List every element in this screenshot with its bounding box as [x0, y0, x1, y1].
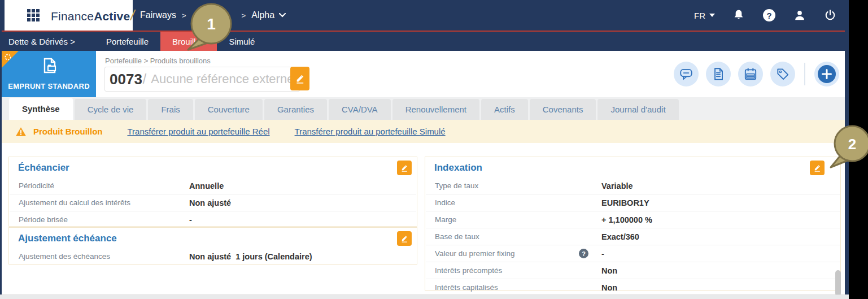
row-periodicite: Périodicité Annuelle — [10, 177, 416, 194]
row-label: Intérêts capitalisés — [435, 283, 498, 292]
row-label: Ajustement des échéances — [19, 252, 110, 261]
row-label: Valeur du premier fixing — [435, 249, 515, 258]
row-value: Exact/360 — [601, 232, 639, 241]
row-value: - — [601, 249, 604, 258]
breadcrumb-item-fairways[interactable]: Fairways — [140, 10, 176, 20]
row-value: Non ajusté 1 jours (Calendaire) — [189, 252, 312, 261]
documents-button[interactable] — [706, 62, 731, 86]
document-icon — [711, 67, 726, 81]
horizontal-scrollbar-track[interactable] — [0, 294, 849, 299]
logo-text-finance: Finance — [51, 10, 94, 23]
product-type-label: EMPRUNT STANDARD — [2, 82, 96, 90]
tab-cycle-de-vie[interactable]: Cycle de vie — [75, 99, 147, 120]
tab-garanties[interactable]: Garanties — [264, 99, 327, 120]
tab-cva-dva[interactable]: CVA/DVA — [329, 99, 391, 120]
tags-button[interactable] — [770, 62, 795, 86]
product-reference-field[interactable]: 0073 / Aucune référence externe — [104, 67, 300, 92]
tab-actifs[interactable]: Actifs — [481, 99, 528, 120]
product-code: 0073 — [110, 71, 142, 88]
reference-placeholder: Aucune référence externe — [151, 72, 294, 86]
annotation-callout-1: 1 — [185, 1, 237, 58]
row-marge: Marge + 1,100000 % — [426, 211, 840, 228]
bell-icon[interactable] — [732, 8, 745, 22]
panel-ajustement-echeance: Ajustement échéance Ajustement des échéa… — [8, 227, 417, 265]
tab-frais[interactable]: Frais — [148, 99, 193, 120]
product-type-box[interactable]: EMPRUNT STANDARD — [2, 51, 96, 97]
tab-couverture[interactable]: Couverture — [195, 99, 263, 120]
vertical-scrollbar-thumb[interactable] — [835, 270, 841, 296]
transfer-simule-link[interactable]: Transférer produit au portefeuille Simul… — [295, 127, 446, 136]
logo-panel[interactable]: FinanceActive/ — [5, 0, 133, 31]
row-interets-capitalises: Intérêts capitalisés Non — [426, 279, 840, 296]
divider — [804, 63, 805, 85]
transfer-real-link[interactable]: Transférer produit au portefeuille Réel — [127, 127, 269, 136]
logo-slash: / — [130, 7, 134, 23]
tab-journal-audit[interactable]: Journal d'audit — [597, 99, 678, 120]
nav-tab-portefeuille[interactable]: Portefeuille — [94, 32, 160, 51]
document-folder-icon — [38, 55, 60, 78]
comment-icon — [679, 67, 693, 81]
panel-echeancier: Échéancier Périodicité Annuelle Ajusteme… — [8, 157, 417, 227]
apps-grid-icon[interactable] — [27, 9, 40, 21]
row-premier-fixing: Valeur du premier fixing ? - — [426, 245, 840, 262]
header-action-icons — [674, 62, 839, 86]
product-breadcrumb: Portefeuille > Produits brouillons — [105, 57, 211, 65]
row-type-de-taux: Type de taux Variable — [426, 177, 840, 194]
tab-renouvellement[interactable]: Renouvellement — [392, 99, 479, 120]
tab-synthese[interactable]: Synthèse — [9, 98, 73, 120]
annotation-callout-2: 2 — [827, 123, 868, 175]
breadcrumb-item-alpha[interactable]: Alpha — [251, 10, 274, 20]
edit-echeancier-button[interactable] — [397, 161, 412, 175]
panel-indexation: Indexation Type de taux Variable Indice … — [425, 157, 841, 291]
row-interets-precomptes: Intérêts précomptés Non — [426, 262, 840, 279]
tag-icon — [775, 67, 790, 81]
row-periode-brisee: Période brisée - — [10, 211, 416, 228]
callout-number: 2 — [848, 136, 856, 153]
row-value: EURIBOR1Y — [601, 198, 649, 207]
comments-button[interactable] — [674, 62, 699, 86]
topbar-actions: FR ? — [694, 0, 845, 31]
warning-title: Produit Brouillon — [33, 127, 102, 136]
edit-indexation-button[interactable] — [810, 161, 825, 175]
row-value: + 1,100000 % — [601, 215, 652, 224]
row-value: Non ajusté — [189, 198, 231, 207]
caret-down-icon — [709, 14, 715, 17]
row-ajustement-echeances: Ajustement des échéances Non ajusté 1 jo… — [10, 248, 416, 265]
question-help-icon[interactable]: ? — [579, 249, 588, 258]
edit-ajustement-button[interactable] — [397, 231, 412, 246]
row-indice: Indice EURIBOR1Y — [426, 194, 840, 211]
product-header: EMPRUNT STANDARD Portefeuille > Produits… — [2, 51, 845, 98]
user-icon[interactable] — [793, 8, 806, 22]
top-navbar: FinanceActive/ Fairways > > Alpha FR ? — [2, 0, 845, 32]
product-tabs: Synthèse Cycle de vie Frais Couverture G… — [2, 97, 845, 120]
row-ajustement-calcul: Ajustement du calcul des intérêts Non aj… — [10, 194, 416, 211]
module-selector[interactable]: Dette & Dérivés > — [2, 32, 82, 51]
row-value: Variable — [601, 181, 633, 190]
row-label: Ajustement du calcul des intérêts — [19, 198, 130, 207]
edit-icon — [400, 164, 408, 172]
logo-text-active: Active — [94, 10, 130, 23]
row-label: Période brisée — [19, 215, 68, 224]
row-value: Non — [601, 266, 617, 275]
row-label: Marge — [435, 215, 456, 224]
breadcrumb-separator: > — [242, 11, 246, 20]
calendar-button[interactable] — [738, 62, 763, 86]
row-label: Indice — [435, 198, 455, 207]
row-label: Intérêts précomptés — [435, 266, 502, 275]
tab-covenants[interactable]: Covenants — [530, 99, 596, 120]
power-icon[interactable] — [823, 8, 837, 22]
row-base-de-taux: Base de taux Exact/360 — [426, 228, 840, 245]
calendar-icon — [743, 67, 758, 81]
row-value: Annuelle — [189, 181, 224, 190]
app-window: FinanceActive/ Fairways > > Alpha FR ? D… — [0, 0, 849, 294]
add-button[interactable] — [814, 62, 839, 86]
chevron-down-icon[interactable] — [279, 13, 286, 18]
row-label: Type de taux — [435, 181, 478, 190]
edit-icon — [400, 235, 408, 242]
edit-reference-button[interactable] — [290, 67, 309, 90]
row-label: Base de taux — [435, 232, 479, 241]
language-selector[interactable]: FR — [694, 11, 715, 20]
finance-active-logo: FinanceActive/ — [51, 7, 135, 24]
language-label: FR — [694, 11, 705, 20]
help-icon[interactable]: ? — [762, 8, 776, 22]
